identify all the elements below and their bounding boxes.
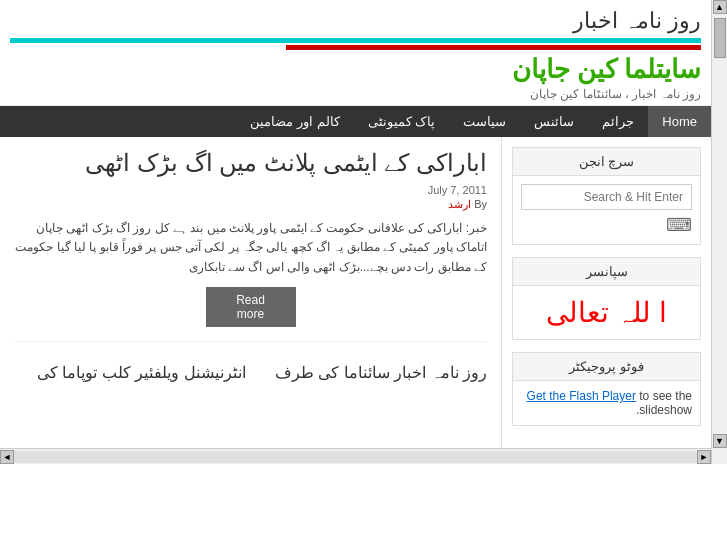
navigation: Home جرائم سائنس سیاست پاک کمیونٹی کالم … <box>0 106 711 137</box>
bottom-article-1: روز نامہ اخبار سائناما کی طرف <box>256 362 488 384</box>
main-article: اباراکی کے ایٹمی پلانٹ میں اگ بڑک اٹھی J… <box>14 147 487 342</box>
keyboard-icon: ⌨ <box>521 214 692 236</box>
search-widget: سرچ انجن ⌨ <box>512 147 701 245</box>
scroll-left-arrow[interactable]: ◄ <box>0 450 14 464</box>
article-title: اباراکی کے ایٹمی پلانٹ میں اگ بڑک اٹھی <box>14 147 487 178</box>
article-by: By ارشد <box>14 198 487 211</box>
header-lines <box>10 38 701 50</box>
vertical-scrollbar[interactable]: ▲ ▼ <box>711 0 727 464</box>
flash-player-link[interactable]: Get the Flash Player <box>527 389 636 403</box>
bottom-article-1-title: روز نامہ اخبار سائناما کی طرف <box>256 362 488 384</box>
sponsor-widget: سپانسر ا للہ تعالی <box>512 257 701 340</box>
read-more-button[interactable]: Read more <box>206 287 296 327</box>
photo-widget: فوٹو پروجیکٹر Get the Flash Player to se… <box>512 352 701 426</box>
nav-item-home[interactable]: Home <box>648 106 711 137</box>
sponsor-text: ا للہ تعالی <box>523 296 690 329</box>
sponsor-widget-title: سپانسر <box>513 258 700 286</box>
photo-widget-title: فوٹو پروجیکٹر <box>513 353 700 381</box>
bottom-article-2: انٹرنیشنل ویلفئیر کلب توپاما کی <box>14 362 246 384</box>
nav-item-community[interactable]: پاک کمیونٹی <box>354 106 450 137</box>
search-widget-body: ⌨ <box>513 176 700 244</box>
search-input[interactable] <box>521 184 692 210</box>
scroll-up-arrow[interactable]: ▲ <box>713 0 727 14</box>
article-excerpt: خبر: اباراکی کی علافانی حکومت کے ایٹمی پ… <box>14 219 487 277</box>
nav-item-jaraim[interactable]: جرائم <box>588 106 648 137</box>
nav-item-politics[interactable]: سیاست <box>449 106 520 137</box>
scroll-track-horizontal[interactable] <box>14 451 697 463</box>
article-date: July 7, 2011 <box>14 184 487 196</box>
red-line <box>286 45 701 50</box>
site-title: سایتلما کین جاپان <box>10 54 701 85</box>
article-area: اباراکی کے ایٹمی پلانٹ میں اگ بڑک اٹھی J… <box>0 137 501 448</box>
sponsor-widget-body: ا للہ تعالی <box>513 286 700 339</box>
by-label: By <box>474 198 487 210</box>
cyan-line <box>10 38 701 43</box>
bottom-article-2-title: انٹرنیشنل ویلفئیر کلب توپاما کی <box>14 362 246 384</box>
header-title: روز نامہ اخبار <box>10 8 701 34</box>
nav-item-science[interactable]: سائنس <box>520 106 588 137</box>
flash-after-text: to see the slideshow. <box>636 389 692 417</box>
bottom-articles: روز نامہ اخبار سائناما کی طرف انٹرنیشنل … <box>14 362 487 384</box>
horizontal-scrollbar[interactable]: ◄ ► <box>0 448 711 464</box>
search-widget-title: سرچ انجن <box>513 148 700 176</box>
scroll-right-arrow[interactable]: ► <box>697 450 711 464</box>
nav-item-columns[interactable]: کالم اور مضامین <box>236 106 353 137</box>
sidebar: سرچ انجن ⌨ سپانسر ا للہ تعالی فوٹو پروجی… <box>501 137 711 448</box>
site-subtitle: روز نامہ اخبار ، سائنٹاما کین جاپان <box>10 87 701 101</box>
scroll-thumb[interactable] <box>714 18 726 58</box>
main-content: سرچ انجن ⌨ سپانسر ا للہ تعالی فوٹو پروجی… <box>0 137 711 448</box>
header: روز نامہ اخبار سایتلما کین جاپان روز نام… <box>0 0 711 106</box>
author-link[interactable]: ارشد <box>448 198 471 210</box>
photo-widget-body: Get the Flash Player to see the slidesho… <box>513 381 700 425</box>
scroll-down-arrow[interactable]: ▼ <box>713 434 727 448</box>
